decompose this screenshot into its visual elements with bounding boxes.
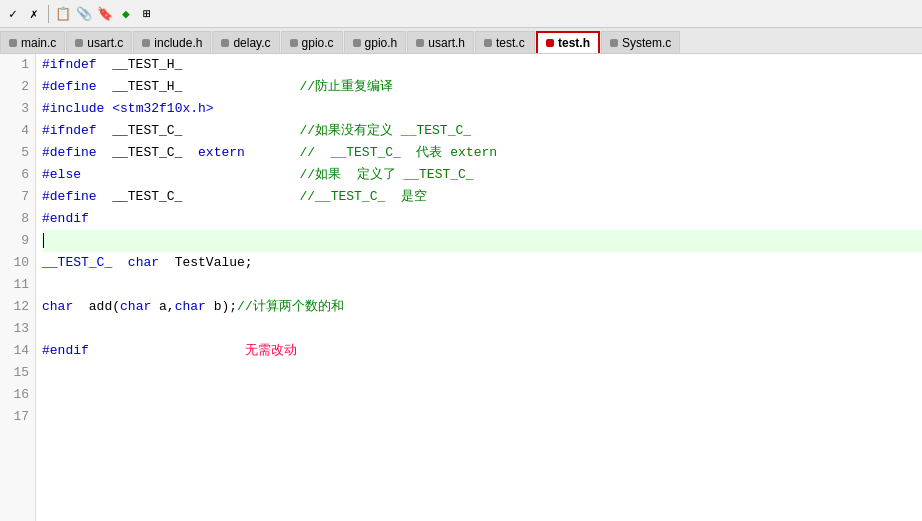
tab-usart-c[interactable]: usart.c xyxy=(66,31,132,53)
line-num-5: 5 xyxy=(0,142,35,164)
tab-dot xyxy=(610,39,618,47)
cross-icon[interactable]: ✗ xyxy=(25,5,43,23)
tab-label: test.c xyxy=(496,36,525,50)
line-num-10: 10 xyxy=(0,252,35,274)
code-line-8: #endif xyxy=(42,208,922,230)
paperclip-icon[interactable]: 📎 xyxy=(75,5,93,23)
code-line-14: #endif 无需改动 xyxy=(42,340,922,362)
grid-icon[interactable]: ⊞ xyxy=(138,5,156,23)
tab-dot xyxy=(484,39,492,47)
code-area: 1 2 3 4 5 6 7 8 9 10 11 12 13 14 15 16 1… xyxy=(0,54,922,521)
line-num-14: 14 xyxy=(0,340,35,362)
line-num-12: 12 xyxy=(0,296,35,318)
line-num-13: 13 xyxy=(0,318,35,340)
code-line-13 xyxy=(42,318,922,340)
clipboard-icon[interactable]: 📋 xyxy=(54,5,72,23)
bookmark-icon[interactable]: 🔖 xyxy=(96,5,114,23)
code-line-10: __TEST_C_ char TestValue; xyxy=(42,252,922,274)
line-num-4: 4 xyxy=(0,120,35,142)
tab-dot xyxy=(142,39,150,47)
line-num-1: 1 xyxy=(0,54,35,76)
code-line-7: #define __TEST_C_ //__TEST_C_ 是空 xyxy=(42,186,922,208)
toolbar-separator xyxy=(48,5,49,23)
code-line-12: char add(char a,char b);//计算两个数的和 xyxy=(42,296,922,318)
tab-label: include.h xyxy=(154,36,202,50)
tab-include-h[interactable]: include.h xyxy=(133,31,211,53)
tab-test-c[interactable]: test.c xyxy=(475,31,535,53)
tab-gpio-c[interactable]: gpio.c xyxy=(281,31,343,53)
code-line-5: #define __TEST_C_ extern // __TEST_C_ 代表… xyxy=(42,142,922,164)
line-num-8: 8 xyxy=(0,208,35,230)
line-num-11: 11 xyxy=(0,274,35,296)
code-line-9 xyxy=(42,230,922,252)
tab-bar: main.c usart.c include.h delay.c gpio.c … xyxy=(0,28,922,54)
tab-label: delay.c xyxy=(233,36,270,50)
code-line-2: #define __TEST_H_ //防止重复编译 xyxy=(42,76,922,98)
code-line-3: #include <stm32f10x.h> xyxy=(42,98,922,120)
tab-dot xyxy=(290,39,298,47)
tab-dot xyxy=(416,39,424,47)
code-line-17 xyxy=(42,406,922,428)
line-num-17: 17 xyxy=(0,406,35,428)
line-numbers: 1 2 3 4 5 6 7 8 9 10 11 12 13 14 15 16 1… xyxy=(0,54,36,521)
code-line-4: #ifndef __TEST_C_ //如果没有定义 __TEST_C_ xyxy=(42,120,922,142)
tab-gpio-h[interactable]: gpio.h xyxy=(344,31,407,53)
tab-label: gpio.c xyxy=(302,36,334,50)
code-line-6: #else //如果 定义了 __TEST_C_ xyxy=(42,164,922,186)
code-line-16 xyxy=(42,384,922,406)
check-icon[interactable]: ✓ xyxy=(4,5,22,23)
tab-main-c[interactable]: main.c xyxy=(0,31,65,53)
line-num-16: 16 xyxy=(0,384,35,406)
tab-label: main.c xyxy=(21,36,56,50)
tab-label: System.c xyxy=(622,36,671,50)
line-num-6: 6 xyxy=(0,164,35,186)
code-line-15 xyxy=(42,362,922,384)
diamond-green-icon[interactable]: ◆ xyxy=(117,5,135,23)
code-line-11 xyxy=(42,274,922,296)
tab-label: test.h xyxy=(558,36,590,50)
tab-usart-h[interactable]: usart.h xyxy=(407,31,474,53)
code-line-1: #ifndef __TEST_H_ xyxy=(42,54,922,76)
tab-dot xyxy=(221,39,229,47)
tab-dot xyxy=(9,39,17,47)
tab-label: usart.c xyxy=(87,36,123,50)
tab-test-h[interactable]: test.h xyxy=(536,31,600,53)
tab-dot xyxy=(75,39,83,47)
line-num-3: 3 xyxy=(0,98,35,120)
tab-system-c[interactable]: System.c xyxy=(601,31,680,53)
code-editor[interactable]: #ifndef __TEST_H_ #define __TEST_H_ //防止… xyxy=(36,54,922,521)
line-num-2: 2 xyxy=(0,76,35,98)
tab-dot xyxy=(353,39,361,47)
toolbar: ✓ ✗ 📋 📎 🔖 ◆ ⊞ xyxy=(0,0,922,28)
tab-dot xyxy=(546,39,554,47)
tab-label: gpio.h xyxy=(365,36,398,50)
tab-label: usart.h xyxy=(428,36,465,50)
tab-delay-c[interactable]: delay.c xyxy=(212,31,279,53)
line-num-9: 9 xyxy=(0,230,35,252)
line-num-15: 15 xyxy=(0,362,35,384)
line-num-7: 7 xyxy=(0,186,35,208)
